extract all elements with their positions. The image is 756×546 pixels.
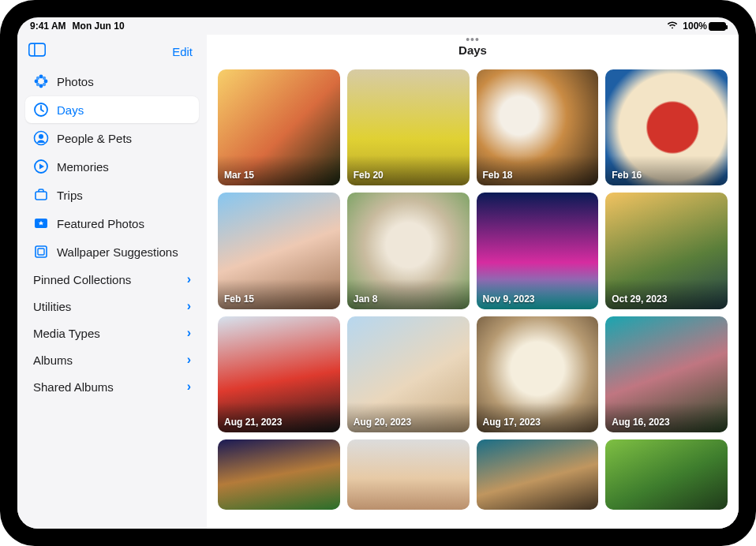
svg-rect-15 [36, 192, 47, 200]
svg-rect-19 [38, 249, 44, 255]
tile-date: Feb 20 [347, 165, 390, 185]
sidebar-item-label: Memories [57, 160, 109, 174]
day-tile[interactable]: Aug 17, 2023 [477, 316, 599, 432]
tile-date: Aug 17, 2023 [477, 412, 547, 432]
photo-grid: Mar 15 Feb 20 Feb 18 Feb 16 Feb 15 Jan 8… [218, 69, 728, 510]
status-time: 9:41 AM [30, 21, 66, 32]
day-tile[interactable]: Feb 20 [347, 69, 470, 185]
svg-point-4 [35, 80, 39, 84]
sidebar-group-shared-albums[interactable]: Shared Albums › [25, 374, 199, 399]
day-tile[interactable] [218, 439, 340, 509]
tile-date: Mar 15 [218, 165, 260, 185]
sidebar-group-label: Media Types [33, 327, 100, 340]
svg-point-3 [39, 84, 43, 88]
tile-date: Jan 8 [347, 289, 384, 309]
day-tile[interactable]: Aug 16, 2023 [605, 316, 728, 432]
chevron-right-icon: › [187, 272, 191, 286]
svg-marker-14 [39, 164, 44, 170]
chevron-right-icon: › [187, 353, 191, 367]
tile-date: Aug 20, 2023 [347, 412, 417, 432]
battery-icon [709, 22, 726, 31]
sidebar-item-people-pets[interactable]: People & Pets [25, 125, 199, 151]
svg-rect-0 [29, 43, 45, 56]
day-tile[interactable]: Feb 18 [477, 69, 599, 185]
suitcase-icon [33, 187, 49, 203]
sidebar-item-label: Photos [57, 75, 94, 88]
sidebar-group-label: Albums [33, 353, 73, 367]
chevron-right-icon: › [187, 326, 191, 340]
photo-grid-scroll[interactable]: Mar 15 Feb 20 Feb 18 Feb 16 Feb 15 Jan 8… [207, 66, 739, 529]
ipad-frame: 9:41 AM Mon Jun 10 100% [0, 0, 756, 546]
svg-point-12 [39, 134, 43, 139]
tile-date [218, 500, 230, 510]
day-tile[interactable] [347, 439, 470, 509]
chevron-right-icon: › [187, 380, 191, 394]
svg-point-6 [36, 77, 39, 80]
tile-date: Feb 16 [605, 165, 648, 185]
status-date: Mon Jun 10 [73, 21, 125, 32]
main-header: ••• Days [207, 35, 739, 66]
day-tile[interactable] [477, 439, 599, 509]
featured-icon [33, 215, 49, 231]
day-tile[interactable]: Jan 8 [347, 193, 470, 309]
person-icon [33, 130, 49, 146]
sidebar-group-label: Shared Albums [33, 380, 114, 394]
more-options-button[interactable]: ••• [466, 35, 480, 46]
sidebar-group-label: Pinned Collections [33, 273, 131, 286]
sidebar-item-trips[interactable]: Trips [25, 181, 199, 208]
sidebar-group-albums[interactable]: Albums › [25, 347, 199, 372]
tile-date [477, 500, 489, 510]
sidebar-item-wallpaper-suggestions[interactable]: Wallpaper Suggestions [25, 238, 199, 265]
day-tile[interactable]: Feb 16 [605, 69, 728, 185]
sidebar-group-pinned-collections[interactable]: Pinned Collections › [25, 267, 199, 292]
clock-icon [33, 102, 49, 118]
tile-date: Oct 29, 2023 [605, 289, 673, 309]
photos-icon [33, 73, 49, 89]
status-bar: 9:41 AM Mon Jun 10 100% [17, 17, 739, 35]
sidebar-item-featured-photos[interactable]: Featured Photos [25, 210, 199, 237]
sidebar-item-label: Days [57, 103, 84, 117]
edit-button[interactable]: Edit [172, 45, 193, 58]
day-tile[interactable]: Aug 20, 2023 [347, 316, 470, 432]
sidebar-item-photos[interactable]: Photos [25, 68, 199, 95]
svg-point-9 [43, 83, 46, 86]
tile-date [347, 500, 360, 510]
day-tile[interactable]: Aug 21, 2023 [218, 316, 340, 432]
sidebar-toggle-icon[interactable] [28, 43, 46, 60]
tile-date: Feb 18 [477, 165, 519, 185]
sidebar-item-label: Wallpaper Suggestions [57, 245, 178, 259]
sidebar-item-memories[interactable]: Memories [25, 153, 199, 180]
sidebar: Edit Photos Days [17, 35, 207, 529]
day-tile[interactable]: Feb 15 [218, 193, 340, 309]
day-tile[interactable]: Nov 9, 2023 [477, 193, 599, 309]
screen: 9:41 AM Mon Jun 10 100% [17, 17, 739, 529]
day-tile[interactable]: Mar 15 [218, 69, 340, 185]
svg-point-2 [39, 75, 43, 79]
svg-rect-18 [36, 246, 47, 257]
svg-point-7 [43, 77, 46, 80]
tile-date: Feb 15 [218, 289, 260, 309]
wifi-icon [667, 21, 678, 32]
sidebar-group-label: Utilities [33, 300, 71, 313]
wallpaper-icon [33, 244, 49, 260]
day-tile[interactable]: Oct 29, 2023 [605, 193, 728, 309]
sidebar-item-label: People & Pets [57, 132, 132, 145]
svg-point-8 [36, 83, 39, 86]
tile-date: Aug 21, 2023 [218, 412, 288, 432]
sidebar-group-media-types[interactable]: Media Types › [25, 320, 199, 346]
battery-percentage: 100% [683, 21, 707, 32]
main-content: ••• Days Mar 15 Feb 20 Feb 18 Feb 16 Feb… [207, 35, 739, 529]
sidebar-item-label: Featured Photos [57, 217, 144, 230]
day-tile[interactable] [605, 439, 728, 509]
sidebar-item-days[interactable]: Days [25, 96, 199, 123]
memories-icon [33, 159, 49, 174]
sidebar-group-utilities[interactable]: Utilities › [25, 294, 199, 319]
chevron-right-icon: › [187, 299, 191, 313]
tile-date [605, 500, 618, 510]
tile-date: Nov 9, 2023 [477, 289, 541, 309]
sidebar-item-label: Trips [57, 189, 83, 202]
svg-point-5 [44, 80, 48, 84]
tile-date: Aug 16, 2023 [605, 412, 676, 432]
